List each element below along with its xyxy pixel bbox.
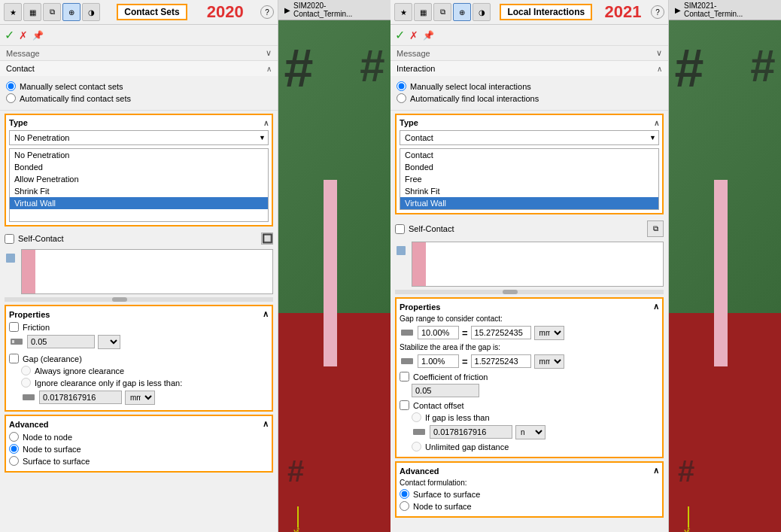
list-item-allowpenetration[interactable]: Allow Penetration [10, 173, 268, 185]
left-gap-checkbox[interactable] [9, 354, 19, 363]
left-type-dropdown[interactable]: No Penetration Bonded Allow Penetration … [9, 130, 269, 145]
right-radio-manual[interactable]: Manually select local interactions [397, 81, 662, 91]
right-stab-unit-select[interactable]: mm [534, 354, 564, 369]
left-adv-node-surface[interactable]: Node to surface [9, 444, 269, 454]
right-viewport-bg[interactable]: # # # Y ↑ [669, 20, 781, 532]
right-radio-auto[interactable]: Automatically find local interactions [397, 93, 662, 103]
left-scroll-thumb[interactable] [112, 297, 127, 302]
left-radio-manual[interactable]: Manually select contact sets [6, 81, 272, 91]
right-scroll-thumb[interactable] [503, 290, 518, 294]
right-radio-auto-input[interactable] [397, 93, 406, 103]
right-offset-unlimited-input[interactable] [412, 442, 421, 451]
right-adv-node-surface[interactable]: Node to surface [400, 501, 659, 511]
left-adv-node-node-input[interactable] [9, 432, 19, 442]
right-toolbar-star-btn[interactable]: ★ [394, 3, 412, 21]
right-list-contact[interactable]: Contact [400, 149, 658, 161]
right-list-free[interactable]: Free [400, 173, 658, 185]
left-gap-unit-select[interactable]: mm [125, 391, 155, 405]
right-gap-value-input[interactable] [471, 326, 531, 339]
right-cancel-btn[interactable]: ✗ [409, 29, 418, 41]
left-pink-bar [22, 250, 35, 293]
right-adv-surface-surface[interactable]: Surface to surface [400, 489, 659, 499]
right-properties-label: Properties [400, 302, 440, 312]
right-offset-unit-select[interactable]: n [515, 425, 545, 439]
right-adv-node-surface-input[interactable] [400, 501, 409, 511]
left-viewport-bg[interactable]: # # # Y ↑ [278, 20, 390, 532]
right-list-bonded[interactable]: Bonded [400, 161, 658, 173]
right-interaction-header[interactable]: Interaction ∧ [390, 61, 668, 76]
toolbar-copy-btn[interactable]: ⧉ [43, 3, 61, 21]
right-coeff-input[interactable] [412, 384, 479, 397]
toolbar-crosshair-btn[interactable]: ⊕ [62, 3, 81, 21]
left-self-contact-icon-btn[interactable]: 🔲 [261, 233, 273, 245]
left-radio-auto[interactable]: Automatically find contact sets [6, 93, 272, 103]
right-stab-pct-input[interactable] [418, 354, 459, 368]
right-viewport-tab-title: SIM2021-Contact_Termin... [684, 2, 775, 18]
right-coeff-checkbox[interactable] [400, 372, 409, 382]
left-adv-node-surface-input[interactable] [9, 444, 19, 454]
right-toolbar-crosshair-btn[interactable]: ⊕ [453, 3, 471, 21]
toolbar-table-btn[interactable]: ▦ [23, 3, 41, 21]
right-list-virtualwall[interactable]: Virtual Wall [400, 197, 658, 209]
right-adv-surface-surface-input[interactable] [400, 489, 409, 499]
right-surface-row [395, 242, 664, 287]
left-cancel-btn[interactable]: ✗ [19, 29, 28, 41]
left-gap-value-input[interactable] [39, 391, 122, 404]
right-properties-chevron[interactable]: ∧ [653, 302, 659, 312]
list-item-virtualwall[interactable]: Virtual Wall [10, 197, 268, 209]
left-properties-chevron[interactable]: ∧ [263, 309, 269, 319]
right-toolbar-table-btn[interactable]: ▦ [414, 3, 432, 21]
left-message-chevron[interactable]: ∨ [266, 48, 272, 58]
left-gap-always-input[interactable] [21, 366, 31, 375]
left-type-chevron[interactable]: ∧ [263, 119, 269, 127]
left-pin-btn[interactable]: 📌 [32, 30, 44, 41]
right-ok-btn[interactable]: ✓ [395, 28, 405, 42]
list-item-nopenetration[interactable]: No Penetration [10, 149, 268, 161]
left-help-btn[interactable]: ? [260, 5, 274, 19]
left-gap-always-label: Always ignore clearance [35, 366, 124, 375]
left-vp-axis: Y ↑ [293, 506, 299, 532]
right-self-contact-checkbox[interactable] [395, 224, 405, 234]
left-gap-lessthan[interactable]: Ignore clearance only if gap is less tha… [21, 378, 269, 388]
right-gap-pct-input[interactable] [418, 326, 459, 339]
right-offset-checkbox[interactable] [400, 400, 409, 410]
toolbar-star-btn[interactable]: ★ [4, 3, 22, 21]
right-type-dropdown[interactable]: Contact Bonded Free Shrink Fit Virtual W… [400, 130, 659, 145]
left-ok-btn[interactable]: ✓ [5, 28, 14, 42]
right-offset-ifgap[interactable]: If gap is less than [412, 412, 659, 422]
left-contact-header[interactable]: Contact ∧ [0, 61, 278, 76]
right-offset-unlimited[interactable]: Unlimited gap distance [412, 442, 659, 451]
left-adv-surface-surface[interactable]: Surface to surface [9, 456, 269, 466]
left-friction-checkbox[interactable] [9, 322, 19, 332]
toolbar-pie-btn[interactable]: ◑ [82, 3, 100, 21]
right-list-shrinkfit[interactable]: Shrink Fit [400, 185, 658, 197]
left-friction-input[interactable] [27, 335, 95, 348]
right-self-contact-icon-btn[interactable]: ⧉ [647, 220, 664, 237]
right-toolbar-pie-btn[interactable]: ◑ [473, 3, 491, 21]
right-adv-surface-surface-label: Surface to surface [413, 490, 480, 499]
right-pin-btn[interactable]: 📌 [423, 30, 434, 41]
list-item-shrinkfit[interactable]: Shrink Fit [10, 185, 268, 197]
right-help-btn[interactable]: ? [651, 5, 664, 19]
left-gap-always[interactable]: Always ignore clearance [21, 366, 269, 375]
right-message-chevron[interactable]: ∨ [656, 48, 662, 58]
left-friction-unit[interactable] [98, 335, 120, 349]
left-scroll-indicator [5, 297, 273, 302]
right-gap-unit-select[interactable]: mm [534, 326, 564, 340]
right-toolbar-copy-btn[interactable]: ⧉ [433, 3, 451, 21]
left-gap-lessthan-input[interactable] [21, 378, 31, 388]
right-stab-value-input[interactable] [471, 354, 531, 368]
right-offset-value-input[interactable] [430, 425, 512, 439]
right-radio-manual-input[interactable] [397, 81, 406, 91]
list-item-bonded[interactable]: Bonded [10, 161, 268, 173]
left-advanced-chevron[interactable]: ∧ [263, 419, 269, 429]
left-radio-manual-input[interactable] [6, 81, 16, 91]
left-self-contact-checkbox[interactable] [5, 234, 14, 244]
left-vp-pink [324, 180, 337, 366]
left-adv-surface-surface-input[interactable] [9, 456, 19, 466]
right-offset-ifgap-input[interactable] [412, 412, 421, 422]
right-advanced-chevron[interactable]: ∧ [653, 466, 659, 476]
left-radio-auto-input[interactable] [6, 93, 16, 103]
right-type-chevron[interactable]: ∧ [654, 119, 659, 127]
left-adv-node-node[interactable]: Node to node [9, 432, 269, 442]
